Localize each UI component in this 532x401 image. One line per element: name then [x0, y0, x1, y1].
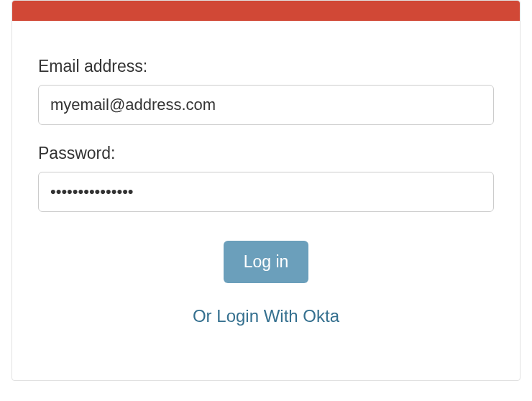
email-field[interactable] — [38, 85, 494, 125]
login-form: Email address: Password: Log in Or Login… — [12, 21, 520, 348]
panel-header-bar — [12, 1, 520, 21]
password-group: Password: — [38, 144, 494, 212]
password-field[interactable] — [38, 172, 494, 212]
form-actions: Log in — [38, 241, 494, 283]
password-label: Password: — [38, 144, 494, 163]
alt-login: Or Login With Okta — [38, 306, 494, 326]
email-label: Email address: — [38, 57, 494, 76]
login-button[interactable]: Log in — [224, 241, 309, 283]
okta-login-link[interactable]: Or Login With Okta — [193, 306, 339, 326]
email-group: Email address: — [38, 57, 494, 125]
login-panel: Email address: Password: Log in Or Login… — [12, 0, 520, 381]
